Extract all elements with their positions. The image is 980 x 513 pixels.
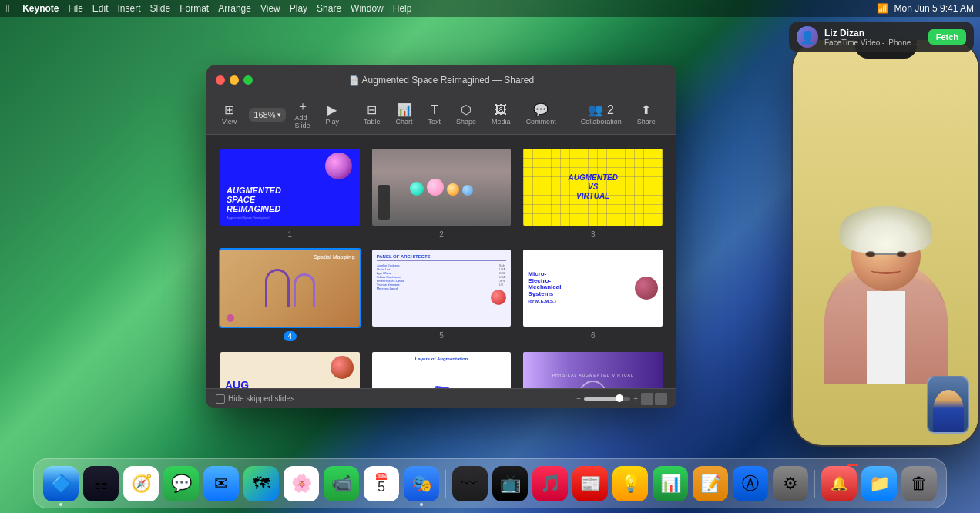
toolbar-text[interactable]: T Text [422,101,448,129]
table-icon: ⊟ [367,104,377,116]
toolbar-view[interactable]: ⊞ View [216,101,243,129]
dock-music[interactable]: 🎵 [532,466,568,501]
dock-news[interactable]: 📰 [572,466,608,501]
menu-help[interactable]: Help [393,3,412,14]
toolbar-share[interactable]: ⬆ Share [631,101,662,129]
dock-trash[interactable]: 🗑 [901,466,937,501]
slide-item-6[interactable]: Micro-Electro-MechanicalSystems(or M.E.M… [522,248,664,341]
menu-arrange[interactable]: Arrange [218,3,251,14]
menu-format[interactable]: Format [180,3,209,14]
slide-thumb-6[interactable]: Micro-Electro-MechanicalSystems(or M.E.M… [522,248,664,328]
add-slide-label: Add Slide [295,114,310,129]
slide5-sphere [491,290,506,305]
dock-calendar[interactable]: JUN 5 [364,466,399,501]
slide-thumb-7[interactable]: AUGO [219,350,361,388]
toolbar-collaboration[interactable]: 👥 2 Collaboration [575,101,628,129]
toolbar-play[interactable]: ▶ Play [320,101,346,129]
slide-item-2[interactable]: 2 [371,147,513,239]
menu-slide[interactable]: Slide [150,3,171,14]
hide-skipped-checkbox[interactable] [216,394,225,404]
slide6-bg: Micro-Electro-MechanicalSystems(or M.E.M… [523,250,663,327]
slide-item-1[interactable]: AUGMENTEDSPACEREIMAGINED Augmented Space… [219,147,361,239]
toolbar-format[interactable]: ✏ Format [674,101,676,129]
menubar-time: Mon Jun 5 9:41 AM [894,3,974,14]
dock-keynote[interactable]: 🎭 [404,466,439,501]
dock-mail[interactable]: ✉ [203,466,239,501]
slide-item-9[interactable]: PHYSICAL AUGMENTED VIRTUAL [522,350,664,388]
toolbar-add-slide[interactable]: ＋ Add Slide [289,97,317,132]
menu-edit[interactable]: Edit [92,3,109,14]
slide3-title: AugmentedVSVirtual [568,173,617,201]
slide-thumb-4[interactable]: Spatial Mapping [219,248,361,328]
slide-number-6: 6 [591,331,596,340]
slide9-bg: PHYSICAL AUGMENTED VIRTUAL [523,352,663,388]
menu-view[interactable]: View [260,3,280,14]
slide7-sphere [331,356,354,379]
menu-play[interactable]: Play [290,3,307,14]
facetime-info: Liz Dizan FaceTime Video - iPhone ... [824,28,922,47]
dock-safari[interactable]: 🧭 [123,466,159,501]
toolbar-shape[interactable]: ⬡ Shape [450,101,482,129]
view-list-button[interactable] [655,393,667,405]
dock-numbers[interactable]: 📊 [653,466,688,501]
dock-appstore[interactable]: Ⓐ [733,466,768,501]
menubar-right: 📶 Mon Jun 5 9:41 AM [877,3,974,14]
slide-thumb-9[interactable]: PHYSICAL AUGMENTED VIRTUAL [522,350,664,388]
toolbar-table[interactable]: ⊟ Table [357,101,387,129]
menu-insert[interactable]: Insert [118,3,141,14]
slide-thumb-1[interactable]: AUGMENTEDSPACEREIMAGINED Augmented Space… [219,147,361,227]
media-label: Media [492,118,511,126]
facetime-notification: 👤 Liz Dizan FaceTime Video - iPhone ... … [789,22,974,52]
slide-item-7[interactable]: AUGO 7 [219,350,361,388]
dock-files[interactable]: 📁 [861,466,897,501]
minimize-button[interactable] [230,75,239,85]
dock-tips[interactable]: 💡 [612,466,648,501]
dock-sep-2 [814,470,815,498]
facetime-fetch-button[interactable]: Fetch [928,29,966,45]
slide-item-4[interactable]: Spatial Mapping 4 [219,248,361,341]
zoom-slider[interactable] [584,397,630,401]
slide5-title: PANEL OF ARCHITECTS [377,254,507,261]
slide-item-8[interactable]: Layers of Augmentation 8 [371,350,513,388]
window-titlebar: 📄 Augmented Space Reimagined — Shared [206,65,676,95]
dock-system[interactable]: ⚙ [773,466,808,501]
menu-window[interactable]: Window [351,3,384,14]
shirt [867,291,905,384]
dock-messages[interactable]: 💬 [163,466,199,501]
slide-thumb-5[interactable]: PANEL OF ARCHITECTS Jocelyn EngbergShaiz… [371,248,513,328]
close-button[interactable] [216,75,225,85]
toolbar-comment[interactable]: 💬 Comment [520,101,562,129]
smile [871,267,901,274]
menu-file[interactable]: File [68,3,82,14]
finder-dot [59,503,62,506]
dock-finder[interactable]: 🔷 [43,466,79,501]
dock-pages[interactable]: 📝 [693,466,728,501]
dock-photos[interactable]: 🌸 [284,466,319,501]
slide6-sphere [635,277,658,300]
dock-notification[interactable]: 🔔 [821,466,857,501]
maximize-button[interactable] [243,75,253,85]
dock-freeform[interactable]: 〰 [452,466,488,501]
apple-menu[interactable]:  [6,2,10,15]
view-grid-button[interactable] [641,393,653,405]
app-name: Keynote [22,3,59,14]
slide-thumb-3[interactable]: AugmentedVSVirtual [522,147,664,227]
zoom-in-icon[interactable]: + [633,394,638,403]
slide-item-3[interactable]: AugmentedVSVirtual 3 [522,147,664,239]
toolbar-chart[interactable]: 📊 Chart [390,101,419,129]
slide4-arches [265,269,315,307]
slide-thumb-2[interactable] [371,147,513,227]
toolbar-media[interactable]: 🖼 Media [485,101,517,129]
dock-maps[interactable]: 🗺 [243,466,279,501]
iphone-container [791,39,980,447]
menu-share[interactable]: Share [317,3,341,14]
slide5-right: SaldUSAGSDUSA-JPNUK [491,263,506,322]
collab-label: Collaboration [581,118,622,126]
zoom-out-icon[interactable]: − [576,394,581,403]
slide-thumb-8[interactable]: Layers of Augmentation [371,350,513,388]
toolbar-zoom[interactable]: 168% ▾ [249,108,285,122]
dock-facetime[interactable]: 📹 [324,466,359,501]
slide-item-5[interactable]: PANEL OF ARCHITECTS Jocelyn EngbergShaiz… [371,248,513,341]
dock-appletv[interactable]: 📺 [492,466,528,501]
dock-launchpad[interactable]: ⚏ [83,466,119,501]
